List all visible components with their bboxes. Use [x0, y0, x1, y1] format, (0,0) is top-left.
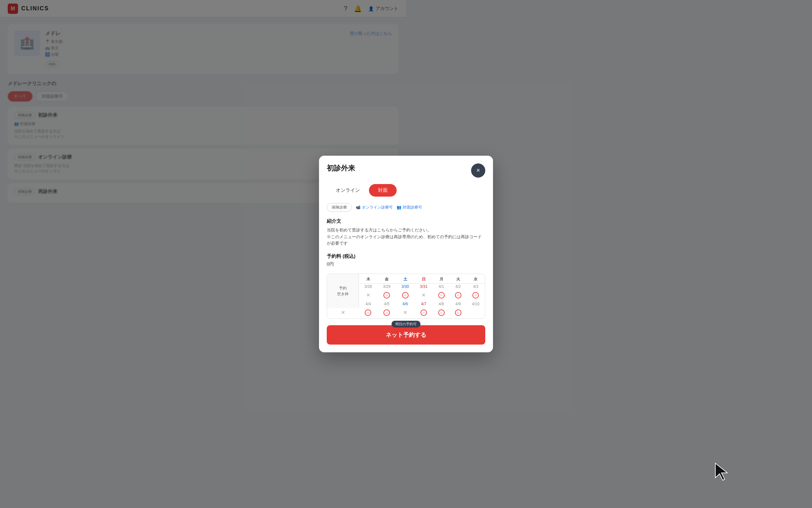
- desc-text: 当院を初めて受診する方はこちらからご予約ください。 ※このメニューのオンライン診…: [327, 227, 406, 247]
- mode-toggle: オンライン 対面: [327, 184, 406, 197]
- people-icon: 👥: [397, 205, 402, 210]
- pill-insurance: 保険診療: [327, 203, 352, 212]
- pill-face-link[interactable]: 👥 対面診療可: [397, 205, 406, 210]
- price-label: 予約料 (税込): [327, 253, 406, 254]
- modal-body: オンライン 対面 保険診療 📹 オンライン診療可 👥 対面診療可 紹介文 当院を…: [319, 178, 406, 254]
- toggle-online[interactable]: オンライン: [327, 184, 369, 197]
- desc-label: 紹介文: [327, 218, 406, 224]
- modal-overlay[interactable]: 初診外来 × オンライン 対面 保険診療 📹 オンライン診療可 👥 対面診療可: [0, 0, 406, 254]
- modal-title: 初診外来: [327, 163, 355, 173]
- video-icon: 📹: [356, 205, 361, 210]
- modal-header: 初診外来 ×: [319, 156, 406, 178]
- toggle-face[interactable]: 対面: [369, 184, 397, 197]
- pills-row: 保険診療 📹 オンライン診療可 👥 対面診療可: [327, 203, 406, 212]
- modal: 初診外来 × オンライン 対面 保険診療 📹 オンライン診療可 👥 対面診療可: [319, 156, 406, 254]
- pill-online-link[interactable]: 📹 オンライン診療可: [356, 205, 393, 210]
